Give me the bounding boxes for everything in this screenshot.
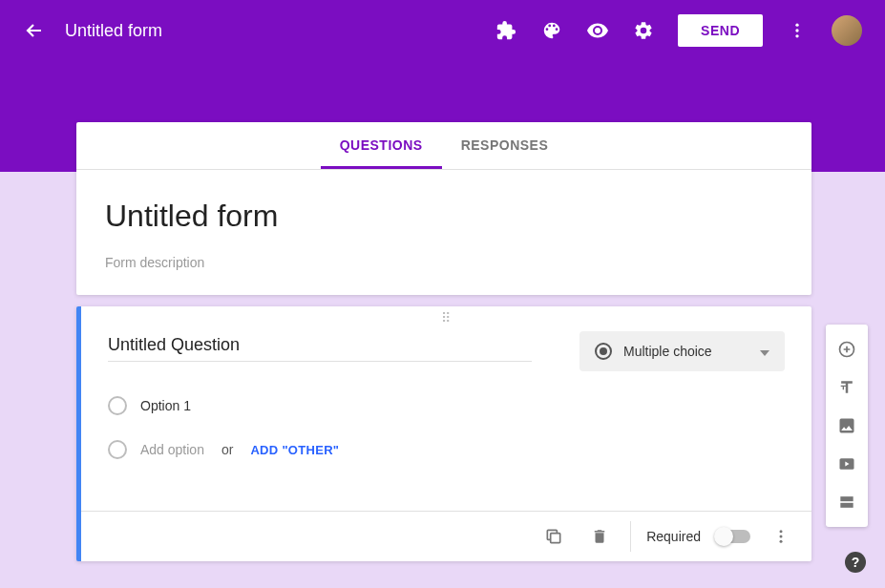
- svg-rect-9: [840, 496, 853, 501]
- caret-down-icon: [760, 343, 769, 360]
- svg-rect-10: [840, 503, 853, 508]
- svg-point-1: [795, 29, 798, 32]
- add-section-icon[interactable]: [826, 483, 868, 521]
- svg-point-0: [795, 24, 798, 27]
- settings-icon[interactable]: [632, 19, 655, 42]
- add-option-link[interactable]: Add option: [140, 442, 204, 457]
- question-title-input[interactable]: Untitled Question: [108, 327, 532, 362]
- or-text: or: [221, 442, 233, 457]
- required-toggle[interactable]: [716, 530, 750, 543]
- preview-icon[interactable]: [586, 19, 609, 42]
- add-image-icon[interactable]: [826, 407, 868, 445]
- svg-point-5: [780, 536, 783, 538]
- duplicate-icon[interactable]: [538, 521, 569, 552]
- add-video-icon[interactable]: [826, 445, 868, 483]
- option-row: Option 1: [108, 396, 785, 415]
- radio-circle-icon: [108, 396, 127, 415]
- add-question-icon[interactable]: [826, 330, 868, 368]
- add-title-icon[interactable]: [826, 368, 868, 407]
- required-label: Required: [646, 529, 701, 544]
- help-icon[interactable]: ?: [845, 552, 866, 573]
- form-description-input[interactable]: Form description: [105, 255, 783, 270]
- palette-icon[interactable]: [540, 19, 563, 42]
- svg-rect-3: [551, 534, 560, 543]
- svg-point-4: [780, 530, 783, 533]
- add-option-row: Add option or ADD "OTHER": [108, 440, 785, 459]
- side-toolbar: [826, 325, 868, 527]
- title-card: QUESTIONS RESPONSES Untitled form Form d…: [76, 122, 811, 295]
- divider: [630, 521, 631, 552]
- back-arrow-icon[interactable]: [23, 19, 46, 42]
- add-other-link[interactable]: ADD "OTHER": [250, 443, 339, 457]
- tab-questions[interactable]: QUESTIONS: [321, 122, 442, 169]
- type-label: Multiple choice: [623, 344, 748, 359]
- option-input[interactable]: Option 1: [140, 398, 191, 413]
- more-menu-icon[interactable]: [786, 19, 809, 42]
- svg-point-2: [795, 34, 798, 37]
- form-container: QUESTIONS RESPONSES Untitled form Form d…: [76, 122, 811, 561]
- drag-handle-icon[interactable]: ⠿: [81, 306, 811, 327]
- delete-icon[interactable]: [584, 521, 615, 552]
- svg-point-6: [780, 540, 783, 543]
- tabs: QUESTIONS RESPONSES: [76, 122, 811, 170]
- question-more-icon[interactable]: [766, 521, 796, 552]
- app-title[interactable]: Untitled form: [65, 21, 162, 41]
- question-type-select[interactable]: Multiple choice: [579, 331, 785, 371]
- top-bar: Untitled form SEND: [0, 0, 885, 61]
- tab-responses[interactable]: RESPONSES: [442, 122, 568, 169]
- radio-icon: [595, 343, 612, 360]
- send-button[interactable]: SEND: [678, 14, 763, 47]
- question-card: ⠿ Untitled Question Multiple choice Opti…: [76, 306, 811, 561]
- form-title-input[interactable]: Untitled form: [105, 199, 783, 234]
- radio-circle-icon: [108, 440, 127, 459]
- avatar[interactable]: [832, 15, 862, 46]
- addons-icon[interactable]: [495, 19, 517, 42]
